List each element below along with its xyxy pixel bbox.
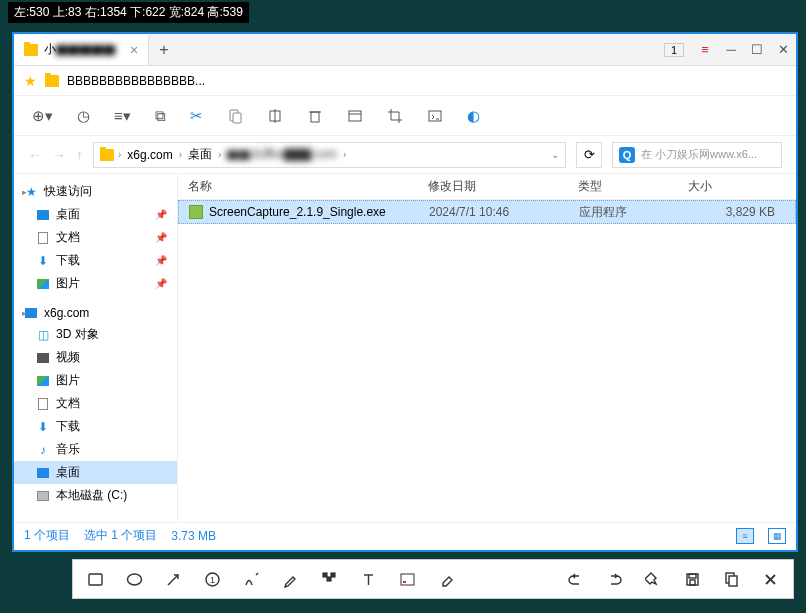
search-icon: Q [619, 147, 635, 163]
view-details-button[interactable]: ≡ [736, 528, 754, 544]
chevron-right-icon: › [179, 149, 182, 160]
pen-tool[interactable] [243, 571, 260, 588]
titlebar: 小▇▇▇▇▇ × + 1 ≡ ─ ☐ ✕ [14, 34, 796, 66]
window-button[interactable] [347, 108, 363, 124]
copy-result-button[interactable] [723, 571, 740, 588]
file-list: 名称 修改日期 类型 大小 ScreenCapture_2.1.9_Single… [178, 174, 796, 522]
rect-tool[interactable] [87, 571, 104, 588]
delete-button[interactable] [307, 108, 323, 124]
redo-button[interactable] [606, 571, 623, 588]
status-count: 1 个项目 [24, 527, 70, 544]
breadcrumb-item[interactable]: 桌面 [186, 146, 214, 163]
svg-rect-1 [233, 113, 241, 123]
new-button[interactable]: ⊕▾ [32, 107, 53, 125]
up-button[interactable]: ↑ [76, 147, 83, 163]
folder-icon [45, 75, 59, 87]
sidebar-documents[interactable]: 文档📌 [14, 226, 177, 249]
chevron-down-icon[interactable]: ⌄ [551, 149, 559, 160]
svg-rect-20 [403, 581, 406, 583]
tab-count-badge: 1 [664, 43, 684, 57]
pin-button[interactable] [645, 571, 662, 588]
column-date[interactable]: 修改日期 [428, 178, 578, 195]
file-date: 2024/7/1 10:46 [429, 205, 579, 219]
svg-text:1: 1 [210, 575, 215, 585]
theme-button[interactable]: ◐ [467, 107, 480, 125]
sidebar-pictures2[interactable]: 图片 [14, 369, 177, 392]
column-type[interactable]: 类型 [578, 178, 688, 195]
file-explorer-window: 小▇▇▇▇▇ × + 1 ≡ ─ ☐ ✕ ★ BBBBBBBBBBBBBBBB.… [12, 32, 798, 552]
eraser-tool[interactable] [438, 571, 455, 588]
svg-point-10 [128, 574, 142, 585]
cut-button[interactable]: ✂ [190, 107, 203, 125]
mosaic-tool[interactable] [321, 571, 338, 588]
history-button[interactable]: ◷ [77, 107, 90, 125]
minimize-button[interactable]: ─ [718, 37, 744, 63]
forward-button[interactable]: → [52, 147, 66, 163]
svg-rect-22 [689, 574, 696, 578]
sidebar-desktop[interactable]: 桌面📌 [14, 203, 177, 226]
sidebar-3d[interactable]: ◫3D 对象 [14, 323, 177, 346]
search-input[interactable]: Q 在 小刀娱乐网www.x6... [612, 142, 782, 168]
arrow-tool[interactable] [165, 571, 182, 588]
bookmark-path[interactable]: BBBBBBBBBBBBBBBB... [67, 74, 205, 88]
terminal-button[interactable] [427, 108, 443, 124]
chevron-right-icon: › [343, 149, 346, 160]
copy-button[interactable]: ⧉ [155, 107, 166, 125]
sidebar-quick-access[interactable]: ▸★快速访问 [14, 180, 177, 203]
file-row[interactable]: ScreenCapture_2.1.9_Single.exe 2024/7/1 … [178, 200, 796, 224]
add-tab-button[interactable]: + [149, 41, 178, 59]
tab-active[interactable]: 小▇▇▇▇▇ × [14, 35, 149, 65]
folder-icon [24, 44, 38, 56]
back-button[interactable]: ← [28, 147, 42, 163]
sidebar-downloads[interactable]: ⬇下载📌 [14, 249, 177, 272]
svg-rect-15 [327, 577, 331, 581]
view-icons-button[interactable]: ▦ [768, 528, 786, 544]
exe-icon [189, 205, 203, 219]
sidebar-pictures[interactable]: 图片📌 [14, 272, 177, 295]
capture-dimensions: 左:530 上:83 右:1354 下:622 宽:824 高:539 [8, 2, 249, 23]
crop-button[interactable] [387, 108, 403, 124]
ellipse-tool[interactable] [126, 571, 143, 588]
maximize-button[interactable]: ☐ [744, 37, 770, 63]
number-tool[interactable]: 1 [204, 571, 221, 588]
paste-button[interactable] [227, 108, 243, 124]
breadcrumb-item[interactable]: ▇▇乐网w▇▇▇.com [225, 146, 339, 163]
sidebar-desktop2[interactable]: 桌面 [14, 461, 177, 484]
rename-button[interactable] [267, 108, 283, 124]
column-headers: 名称 修改日期 类型 大小 [178, 174, 796, 200]
status-selected: 选中 1 个项目 [84, 527, 157, 544]
text-tool[interactable] [360, 571, 377, 588]
file-size: 3,829 KB [689, 205, 795, 219]
sidebar-video[interactable]: 视频 [14, 346, 177, 369]
sidebar-music[interactable]: ♪音乐 [14, 438, 177, 461]
svg-rect-19 [401, 574, 414, 585]
sidebar-downloads2[interactable]: ⬇下载 [14, 415, 177, 438]
svg-rect-16 [331, 573, 335, 577]
cancel-button[interactable] [762, 571, 779, 588]
file-type: 应用程序 [579, 204, 689, 221]
svg-rect-8 [429, 111, 441, 121]
menu-button[interactable]: ≡ [692, 37, 718, 63]
refresh-button[interactable]: ⟳ [576, 142, 602, 168]
save-button[interactable] [684, 571, 701, 588]
star-icon[interactable]: ★ [24, 73, 37, 89]
search-placeholder: 在 小刀娱乐网www.x6... [641, 147, 757, 162]
column-name[interactable]: 名称 [178, 178, 428, 195]
breadcrumb-item[interactable]: x6g.com [125, 148, 174, 162]
svg-rect-14 [323, 573, 327, 577]
list-button[interactable]: ≡▾ [114, 107, 131, 125]
status-size: 3.73 MB [171, 529, 216, 543]
chevron-right-icon: › [118, 149, 121, 160]
tab-title: 小▇▇▇▇▇ [44, 41, 116, 58]
sidebar-documents2[interactable]: 文档 [14, 392, 177, 415]
column-size[interactable]: 大小 [688, 178, 796, 195]
color-tool[interactable] [399, 571, 416, 588]
chevron-right-icon: › [218, 149, 221, 160]
breadcrumb[interactable]: › x6g.com › 桌面 › ▇▇乐网w▇▇▇.com › ⌄ [93, 142, 566, 168]
close-tab-icon[interactable]: × [130, 42, 138, 58]
marker-tool[interactable] [282, 571, 299, 588]
sidebar-localdisk[interactable]: 本地磁盘 (C:) [14, 484, 177, 507]
close-button[interactable]: ✕ [770, 37, 796, 63]
sidebar-x6g[interactable]: ▸x6g.com [14, 303, 177, 323]
undo-button[interactable] [567, 571, 584, 588]
